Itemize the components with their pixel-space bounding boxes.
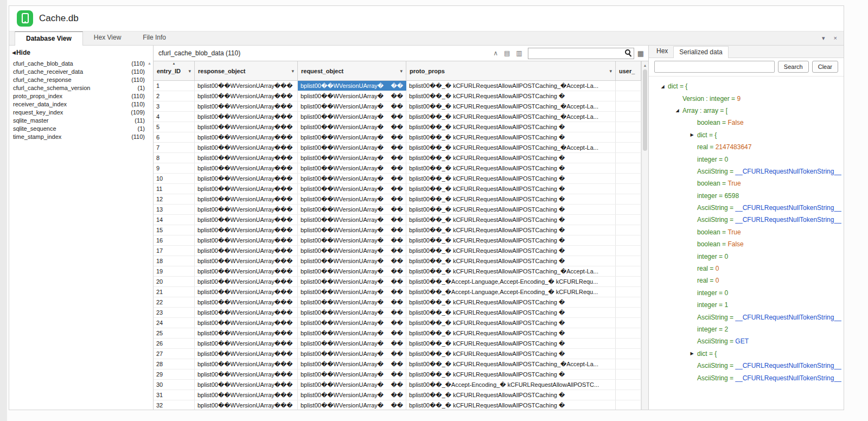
cell-request-object[interactable]: bplist00��WVersionUArray���: [298, 91, 406, 101]
column-dropdown-icon[interactable]: ▾: [291, 68, 294, 74]
cell-proto-props[interactable]: bplist00��_� kCFURLRequestAllowAllPOSTCa…: [406, 184, 616, 194]
cell-proto-props[interactable]: bplist00��_� kCFURLRequestAllowAllPOSTCa…: [406, 163, 616, 173]
cell-user[interactable]: [616, 256, 641, 266]
cell-entry-id[interactable]: 3: [154, 101, 195, 111]
cell-request-object[interactable]: bplist00��WVersionUArray���: [298, 359, 406, 369]
cell-response-object[interactable]: bplist00��WVersionUArray���: [195, 308, 298, 317]
cell-entry-id[interactable]: 9: [154, 163, 195, 173]
sidebar-item-cfurl-cache-blob-data[interactable]: cfurl_cache_blob_data(110): [9, 60, 153, 68]
cell-response-object[interactable]: bplist00��WVersionUArray���: [195, 359, 298, 369]
cell-entry-id[interactable]: 14: [154, 215, 195, 225]
cell-user[interactable]: [616, 101, 641, 111]
cell-proto-props[interactable]: bplist00��_� kCFURLRequestAllowAllPOSTCa…: [406, 143, 616, 152]
tab-file-info[interactable]: File Info: [132, 31, 177, 45]
cell-request-object[interactable]: bplist00��WVersionUArray���: [298, 132, 406, 142]
cell-request-object[interactable]: bplist00��WVersionUArray���: [298, 339, 406, 348]
cell-response-object[interactable]: bplist00��WVersionUArray���: [195, 287, 298, 297]
cell-proto-props[interactable]: bplist00��_� kCFURLRequestAllowAllPOSTCa…: [406, 359, 616, 369]
tree-node[interactable]: ▶dict = {: [649, 348, 844, 360]
column-header-user[interactable]: user_: [616, 61, 641, 80]
cell-request-object[interactable]: bplist00��WVersionUArray���: [298, 246, 406, 256]
tree-node[interactable]: integer = 6598: [649, 190, 844, 202]
cell-response-object[interactable]: bplist00��WVersionUArray���: [195, 277, 298, 286]
cell-response-object[interactable]: bplist00��WVersionUArray���: [195, 153, 298, 163]
search-button[interactable]: Search: [778, 61, 809, 73]
cell-user[interactable]: [616, 318, 641, 328]
column-dropdown-icon[interactable]: ▾: [188, 68, 191, 74]
tree-collapsed-icon[interactable]: ▶: [687, 351, 697, 356]
tree-expanded-icon[interactable]: ◢: [672, 108, 682, 113]
cell-response-object[interactable]: bplist00��WVersionUArray���: [195, 369, 298, 379]
cell-user[interactable]: [616, 91, 641, 101]
cell-user[interactable]: [616, 380, 641, 390]
cell-user[interactable]: [616, 287, 641, 297]
cell-user[interactable]: [616, 246, 641, 256]
tree-node[interactable]: integer = 0: [649, 287, 844, 299]
cell-proto-props[interactable]: bplist00��_� kCFURLRequestAllowAllPOSTCa…: [406, 328, 616, 338]
cell-entry-id[interactable]: 15: [154, 225, 195, 235]
cell-entry-id[interactable]: 26: [154, 339, 195, 348]
cell-response-object[interactable]: bplist00��WVersionUArray���: [195, 339, 298, 348]
cell-user[interactable]: [616, 205, 641, 214]
tree-node[interactable]: AsciiString = __CFURLRequestNullTokenStr…: [649, 214, 844, 226]
cell-response-object[interactable]: bplist00��WVersionUArray���: [195, 91, 298, 101]
cell-proto-props[interactable]: bplist00��_� kCFURLRequestAllowAllPOSTCa…: [406, 112, 616, 122]
cell-user[interactable]: [616, 277, 641, 286]
cell-request-object[interactable]: bplist00��WVersionUArray���: [298, 112, 406, 122]
cell-request-object[interactable]: bplist00��WVersionUArray���: [298, 174, 406, 183]
sidebar-item-time-stamp-index[interactable]: time_stamp_index(110): [9, 133, 153, 141]
cell-request-object[interactable]: bplist00��WVersionUArray���: [298, 390, 406, 400]
cell-response-object[interactable]: bplist00��WVersionUArray���: [195, 174, 298, 183]
sidebar-item-sqlite-sequence[interactable]: sqlite_sequence(1): [9, 125, 153, 133]
cell-response-object[interactable]: bplist00��WVersionUArray���: [195, 205, 298, 214]
column-dropdown-icon[interactable]: ▾: [400, 68, 403, 74]
cell-proto-props[interactable]: bplist00��_� kCFURLRequestAllowAllPOSTCa…: [406, 318, 616, 328]
cell-request-object[interactable]: bplist00��WVersionUArray���: [298, 225, 406, 235]
cell-proto-props[interactable]: bplist00��_�Accept-Encoding_� kCFURLRequ…: [406, 380, 616, 390]
tree-collapsed-icon[interactable]: ▶: [687, 132, 697, 137]
cell-request-object[interactable]: bplist00��WVersionUArray���: [298, 205, 406, 214]
cell-user[interactable]: [616, 112, 641, 122]
cell-user[interactable]: [616, 369, 641, 379]
cell-proto-props[interactable]: bplist00��_� kCFURLRequestAllowAllPOSTCa…: [406, 194, 616, 204]
cell-response-object[interactable]: bplist00��WVersionUArray���: [195, 215, 298, 225]
search-icon[interactable]: [625, 49, 630, 55]
cell-user[interactable]: [616, 266, 641, 276]
column-header-entry-id[interactable]: entry_ID▴▾: [154, 61, 195, 80]
cell-proto-props[interactable]: bplist00��_� kCFURLRequestAllowAllPOSTCa…: [406, 215, 616, 225]
cell-entry-id[interactable]: 8: [154, 153, 195, 163]
cell-user[interactable]: [616, 359, 641, 369]
cell-request-object[interactable]: bplist00��WVersionUArray���: [298, 380, 406, 390]
cell-entry-id[interactable]: 5: [154, 122, 195, 132]
close-icon[interactable]: ×: [834, 35, 837, 42]
cell-proto-props[interactable]: bplist00��_� kCFURLRequestAllowAllPOSTCa…: [406, 122, 616, 132]
tree-node[interactable]: boolean = False: [649, 117, 844, 129]
cell-request-object[interactable]: bplist00��WVersionUArray���: [298, 184, 406, 194]
tree-node[interactable]: AsciiString = __CFURLRequestNullTokenStr…: [649, 360, 844, 372]
cell-user[interactable]: [616, 225, 641, 235]
cell-proto-props[interactable]: bplist00��_�Accept-Language,Accept-Encod…: [406, 277, 616, 286]
grid-search-input[interactable]: [528, 48, 634, 59]
cell-proto-props[interactable]: bplist00��_� kCFURLRequestAllowAllPOSTCa…: [406, 101, 616, 111]
cell-proto-props[interactable]: bplist00��_� kCFURLRequestAllowAllPOSTCa…: [406, 205, 616, 214]
tree-node[interactable]: integer = 0: [649, 250, 844, 262]
cell-request-object[interactable]: bplist00��WVersionUArray���: [298, 194, 406, 204]
cell-entry-id[interactable]: 31: [154, 390, 195, 400]
tree-node[interactable]: Version : integer = 9: [649, 92, 844, 104]
cell-request-object[interactable]: bplist00��WVersionUArray���: [298, 297, 406, 307]
cell-response-object[interactable]: bplist00��WVersionUArray���: [195, 235, 298, 245]
cell-entry-id[interactable]: 19: [154, 266, 195, 276]
tree-node[interactable]: ▶dict = {: [649, 129, 844, 141]
cell-proto-props[interactable]: bplist00��_� kCFURLRequestAllowAllPOSTCa…: [406, 246, 616, 256]
cell-entry-id[interactable]: 1: [154, 81, 195, 91]
cell-request-object[interactable]: bplist00��WVersionUArray���: [298, 122, 406, 132]
cell-entry-id[interactable]: 13: [154, 205, 195, 214]
cell-request-object[interactable]: bplist00��WVersionUArray���: [298, 101, 406, 111]
cell-request-object[interactable]: bplist00��WVersionUArray���: [298, 153, 406, 163]
cell-request-object[interactable]: bplist00��WVersionUArray���: [298, 163, 406, 173]
cell-request-object[interactable]: bplist00��WVersionUArray���: [298, 308, 406, 317]
cell-proto-props[interactable]: bplist00��_� kCFURLRequestAllowAllPOSTCa…: [406, 349, 616, 359]
cell-proto-props[interactable]: bplist00��_�Accept-Language,Accept-Encod…: [406, 287, 616, 297]
scroll-up-icon[interactable]: ▲: [642, 61, 648, 69]
grid-vertical-scrollbar[interactable]: ▲: [641, 61, 648, 410]
